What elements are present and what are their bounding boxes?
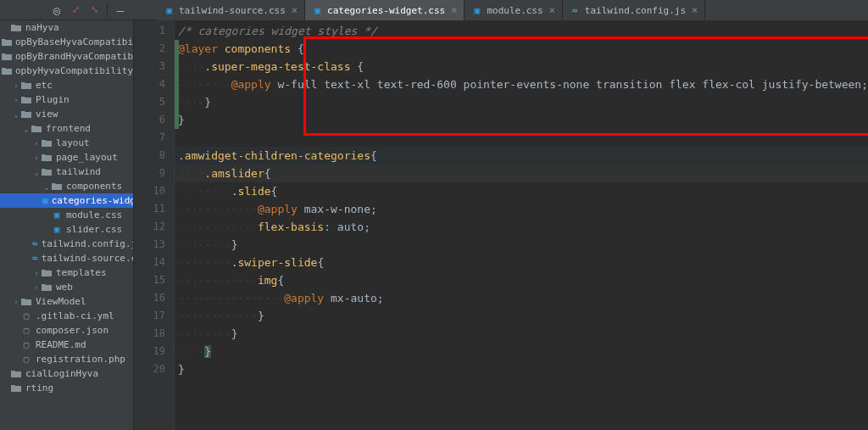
code-line[interactable]: ········.swiper-slide{ <box>175 254 868 271</box>
tailwind-icon: ≈ <box>32 253 38 265</box>
tree-item[interactable]: ›Plugin <box>0 92 133 107</box>
tree-item[interactable]: ▢registration.php <box>0 352 133 366</box>
code-line[interactable]: ········} <box>175 325 868 343</box>
collapse-all-icon[interactable]: — <box>111 1 130 20</box>
expand-icon[interactable]: ⤢ <box>66 1 85 20</box>
tree-item[interactable]: opByBaseHyvaCompatibility <box>0 35 133 49</box>
folder-icon <box>20 296 32 308</box>
tab-categories-widget-css[interactable]: ▣categories-widget.css× <box>305 0 465 20</box>
tree-item[interactable]: rting <box>0 381 133 395</box>
folder-icon <box>10 368 22 380</box>
code-line[interactable]: } <box>175 111 868 129</box>
tree-item[interactable]: opbyHyvaCompatibility <box>0 64 133 78</box>
tab-tailwind-source-css[interactable]: ▣tailwind-source.css× <box>157 0 305 20</box>
tree-item[interactable]: ▢README.md <box>0 338 133 352</box>
tw-icon: ≈ <box>570 5 581 16</box>
tab-tailwind-config-js[interactable]: ≈tailwind.config.js× <box>563 0 705 20</box>
tree-item[interactable]: ▣categories-widget.css <box>0 193 133 208</box>
tree-item-label: tailwind <box>56 166 101 177</box>
code-line[interactable]: ········} <box>175 236 868 254</box>
code-line[interactable]: ····} <box>175 93 868 111</box>
tree-item[interactable]: ▢.gitlab-ci.yml <box>0 309 133 323</box>
tree-item-label: cialLoginHyva <box>25 368 98 379</box>
code-line[interactable]: ············} <box>175 307 868 325</box>
target-icon[interactable]: ◎ <box>47 1 66 20</box>
tree-item[interactable]: ▣module.css <box>0 208 133 222</box>
file-icon: ▢ <box>20 354 32 366</box>
tree-item[interactable]: opByBrandHyvaCompatibility <box>0 49 133 64</box>
tree-item[interactable]: ›layout <box>0 136 133 150</box>
arrow-icon: › <box>32 139 41 148</box>
tree-item[interactable]: ⌄tailwind <box>0 165 133 179</box>
code-line[interactable]: ········@apply w-full text-xl text-red-6… <box>175 75 868 93</box>
line-number: 2 <box>134 40 174 58</box>
tree-item[interactable]: naHyva <box>0 20 133 35</box>
project-tree[interactable]: naHyvaopByBaseHyvaCompatibilityopByBrand… <box>0 20 134 430</box>
code-line[interactable]: .amwidget-children-categories{ <box>175 147 868 165</box>
code-line[interactable]: ············@apply max-w-none; <box>175 200 868 218</box>
line-number: 10 <box>134 182 174 200</box>
editor-tabs: ◎ ⤢ ⤡ — ▣tailwind-source.css×▣categories… <box>0 0 868 20</box>
tree-item-label: ViewModel <box>36 296 86 307</box>
tree-item[interactable]: ›templates <box>0 265 133 280</box>
tree-item-label: rting <box>25 383 53 394</box>
code-line[interactable]: @layer components { <box>175 40 868 58</box>
close-icon[interactable]: × <box>692 4 698 16</box>
editor[interactable]: 1234567891011121314151617181920 /* categ… <box>134 20 868 430</box>
code-line[interactable]: ················@apply mx-auto; <box>175 289 868 307</box>
line-number: 17 <box>134 307 174 325</box>
tree-item-label: components <box>66 181 122 192</box>
line-number: 13 <box>134 236 174 254</box>
tree-item[interactable]: ⌄frontend <box>0 121 133 136</box>
tree-item[interactable]: ▣slider.css <box>0 222 133 237</box>
folder-icon <box>20 109 32 120</box>
code-line[interactable]: ····.amslider{ <box>175 165 868 182</box>
css-icon: ▣ <box>312 5 323 16</box>
code-line[interactable]: ····} <box>175 343 868 360</box>
code-line[interactable]: /* categories widget styles */ <box>175 22 868 40</box>
tree-item[interactable]: ›web <box>0 280 133 294</box>
line-number: 11 <box>134 200 174 218</box>
file-icon: ▢ <box>20 325 32 337</box>
arrow-icon: › <box>32 154 41 162</box>
close-icon[interactable]: × <box>451 4 457 16</box>
code-line[interactable]: ············img{ <box>175 271 868 289</box>
tree-item[interactable]: ›page_layout <box>0 150 133 165</box>
line-number: 6 <box>134 111 174 129</box>
folder-icon <box>2 36 12 48</box>
arrow-icon: ⌄ <box>22 125 31 133</box>
line-number: 14 <box>134 254 174 271</box>
code-line[interactable]: ····.super-mega-test-class { <box>175 58 868 75</box>
close-icon[interactable]: × <box>549 4 555 16</box>
css-icon: ▣ <box>164 5 175 16</box>
tree-item[interactable]: ⌄view <box>0 107 133 121</box>
gutter: 1234567891011121314151617181920 <box>134 20 175 430</box>
tree-item-label: tailwind-source.css <box>42 253 134 264</box>
collapse-icon[interactable]: ⤡ <box>85 1 103 20</box>
code-line[interactable]: ············flex-basis: auto; <box>175 218 868 236</box>
folder-icon <box>51 181 63 193</box>
tree-item-label: page_layout <box>56 152 118 163</box>
tree-item[interactable]: ▢composer.json <box>0 323 133 338</box>
tree-item[interactable]: ≈tailwind-source.css <box>0 251 133 265</box>
code-line[interactable]: ········.slide{ <box>175 182 868 200</box>
tree-item[interactable]: ⌄components <box>0 179 133 193</box>
tab-module-css[interactable]: ▣module.css× <box>465 0 562 20</box>
arrow-icon: ⌄ <box>12 110 20 119</box>
css-icon: ▣ <box>42 195 48 207</box>
tree-item[interactable]: cialLoginHyva <box>0 366 133 381</box>
tab-label: tailwind.config.js <box>585 5 686 16</box>
line-number: 1 <box>134 22 174 40</box>
code-line[interactable]: } <box>175 360 868 378</box>
tree-item-label: categories-widget.css <box>52 195 134 206</box>
line-number: 20 <box>134 360 174 378</box>
code-line[interactable] <box>175 129 868 147</box>
tree-item-label: naHyva <box>25 22 59 33</box>
change-marker <box>175 40 179 58</box>
tree-item[interactable]: ›etc <box>0 78 133 92</box>
close-icon[interactable]: × <box>292 4 298 16</box>
tree-item[interactable]: ≈tailwind.config.js <box>0 237 133 251</box>
tree-item[interactable]: ›ViewModel <box>0 294 133 309</box>
code-area[interactable]: /* categories widget styles */@layer com… <box>175 20 868 430</box>
tab-label: tailwind-source.css <box>179 5 286 16</box>
